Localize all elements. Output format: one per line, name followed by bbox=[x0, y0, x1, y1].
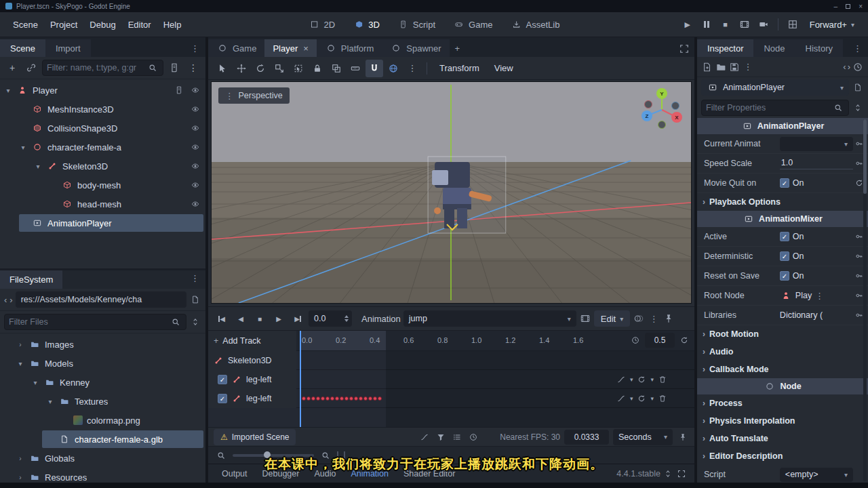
group-callback-mode[interactable]: › Callback Mode bbox=[697, 361, 868, 378]
speed-scale-field[interactable]: 1.0 bbox=[780, 157, 853, 169]
menu-editor[interactable]: Editor bbox=[122, 17, 157, 33]
snap-mode-select[interactable]: Seconds ▾ bbox=[613, 429, 673, 445]
keyframe[interactable] bbox=[344, 396, 349, 401]
minimize-button[interactable]: – bbox=[834, 3, 838, 10]
track-keys-area[interactable]: ▾ ▾ bbox=[296, 370, 694, 389]
current-animation-select[interactable]: ▾ bbox=[780, 137, 853, 151]
tree-row-body-mesh[interactable]: body-mesh bbox=[0, 176, 205, 195]
scene-tree-menu-icon[interactable]: ⋮ bbox=[185, 60, 201, 76]
snap-step-value[interactable]: 0.5 bbox=[645, 333, 675, 348]
loop-wrap-icon[interactable] bbox=[635, 392, 648, 405]
collapse-arrow-icon[interactable]: ▾ bbox=[46, 398, 54, 405]
current-time-spinbox[interactable]: 0.0 bbox=[309, 310, 352, 327]
keyframe[interactable] bbox=[354, 396, 358, 401]
keyframe[interactable] bbox=[349, 396, 353, 401]
collapse-arrow-icon[interactable]: ▾ bbox=[16, 360, 24, 367]
menu-debug[interactable]: Debug bbox=[83, 17, 121, 33]
resource-menu-icon[interactable]: ⋮ bbox=[742, 61, 754, 73]
view-menu[interactable]: View bbox=[488, 60, 520, 76]
delete-track-icon[interactable] bbox=[656, 392, 669, 405]
tree-row-skeleton3d[interactable]: ▾ Skeleton3D bbox=[0, 157, 205, 176]
fs-row-images[interactable]: › Images bbox=[0, 335, 205, 354]
stop-button[interactable]: ■ bbox=[717, 16, 734, 33]
tree-row-collisionshape3d[interactable]: CollisionShape3D bbox=[0, 119, 205, 138]
eye-icon[interactable] bbox=[189, 141, 201, 153]
collapse-arrow-icon[interactable]: ▾ bbox=[19, 144, 27, 151]
new-resource-icon[interactable] bbox=[701, 61, 713, 73]
collapse-arrow-icon[interactable]: ▾ bbox=[34, 163, 42, 170]
autoplay-icon[interactable] bbox=[579, 312, 591, 325]
selection-list-icon[interactable] bbox=[290, 60, 307, 77]
fs-row-models[interactable]: ▾ Models bbox=[0, 354, 205, 373]
keyframe[interactable] bbox=[307, 396, 311, 401]
track-enabled-checkbox[interactable]: ✓ bbox=[218, 375, 227, 384]
maximize-button[interactable] bbox=[846, 4, 850, 9]
add-node-button[interactable]: + bbox=[4, 60, 20, 76]
chevron-down-icon[interactable]: ▾ bbox=[650, 376, 654, 383]
assign-node-icon[interactable]: ⋮ bbox=[815, 291, 824, 301]
transform-menu[interactable]: Transform bbox=[433, 60, 486, 76]
ruler-icon[interactable] bbox=[347, 60, 364, 77]
script-icon[interactable] bbox=[173, 84, 185, 96]
keyframe[interactable] bbox=[302, 396, 306, 401]
keyframe[interactable] bbox=[373, 396, 377, 401]
delete-track-icon[interactable] bbox=[656, 373, 669, 386]
tab-import[interactable]: Import bbox=[45, 39, 91, 57]
sort-files-icon[interactable] bbox=[189, 316, 201, 328]
scene-dock-menu-icon[interactable]: ⋮ bbox=[191, 43, 205, 57]
bezier-curves-icon[interactable] bbox=[418, 431, 431, 443]
tab-filesystem[interactable]: FileSystem bbox=[0, 270, 62, 289]
stop-animation-button[interactable]: ■ bbox=[252, 310, 268, 327]
property-sort-icon[interactable] bbox=[852, 102, 864, 114]
timeline-playhead[interactable] bbox=[300, 331, 301, 427]
tree-row-meshinstance3d[interactable]: MeshInstance3D bbox=[0, 100, 205, 119]
track-row-leg-left-2[interactable]: ✓ leg-left ▾ ▾ bbox=[208, 389, 694, 408]
instance-scene-button[interactable] bbox=[23, 60, 39, 76]
move-tool-icon[interactable] bbox=[233, 60, 250, 77]
eye-icon[interactable] bbox=[189, 198, 201, 210]
rotate-tool-icon[interactable] bbox=[252, 60, 269, 77]
tab-inspector[interactable]: Inspector bbox=[697, 39, 753, 57]
local-space-toggle-icon[interactable] bbox=[384, 60, 402, 77]
editor-layout-icon[interactable] bbox=[784, 16, 802, 33]
tree-row-animationplayer[interactable]: AnimationPlayer bbox=[0, 214, 205, 232]
renderer-select[interactable]: Forward+ ▾ bbox=[803, 18, 861, 32]
scene-tab-player[interactable]: Player × bbox=[264, 39, 316, 57]
collapse-arrow-icon[interactable]: › bbox=[16, 474, 24, 481]
perspective-menu[interactable]: ⋮ Perspective bbox=[218, 87, 290, 104]
viewport-menu-icon[interactable]: ⋮ bbox=[403, 60, 421, 77]
workspace-script[interactable]: Script bbox=[391, 16, 442, 33]
history-list-icon[interactable] bbox=[852, 61, 864, 73]
track-row-skeleton[interactable]: Skeleton3D bbox=[208, 351, 694, 370]
scene-tab-game[interactable]: Game bbox=[208, 39, 264, 57]
menu-project[interactable]: Project bbox=[44, 17, 83, 33]
select-tool-icon[interactable] bbox=[214, 60, 231, 77]
keyframe[interactable] bbox=[316, 396, 320, 401]
keyframe[interactable] bbox=[378, 396, 382, 401]
workspace-assetlib[interactable]: AssetLib bbox=[504, 16, 567, 33]
attach-script-button[interactable] bbox=[166, 60, 182, 76]
scene-tab-platform[interactable]: Platform bbox=[317, 39, 382, 57]
history-forward-icon[interactable]: › bbox=[848, 62, 850, 72]
eye-icon[interactable] bbox=[189, 103, 201, 115]
menu-scene[interactable]: Scene bbox=[7, 17, 44, 33]
checkbox[interactable]: ✓ bbox=[780, 271, 789, 281]
loop-icon[interactable] bbox=[678, 334, 690, 346]
new-scene-tab-button[interactable]: + bbox=[450, 43, 466, 57]
track-enabled-checkbox[interactable]: ✓ bbox=[218, 394, 227, 403]
close-button[interactable]: × bbox=[859, 3, 863, 10]
dictionary-value[interactable]: Dictionary ( bbox=[780, 310, 823, 320]
load-resource-icon[interactable] bbox=[715, 61, 727, 73]
checkbox[interactable]: ✓ bbox=[780, 178, 789, 188]
group-audio[interactable]: › Audio bbox=[697, 343, 868, 361]
pause-button[interactable] bbox=[698, 16, 715, 33]
workspace-2d[interactable]: 2D bbox=[302, 16, 342, 33]
interpolation-mode-icon[interactable] bbox=[615, 392, 627, 405]
play-backwards-button[interactable]: ◀ bbox=[233, 310, 249, 327]
view-axis-gizmo[interactable]: Y X Z bbox=[639, 86, 684, 131]
collapse-arrow-icon[interactable]: ▾ bbox=[4, 87, 12, 94]
snap-time-icon[interactable] bbox=[629, 334, 642, 346]
snap-target-icon[interactable] bbox=[484, 431, 496, 443]
keyframe[interactable] bbox=[359, 396, 363, 401]
keyframe[interactable] bbox=[311, 396, 315, 401]
